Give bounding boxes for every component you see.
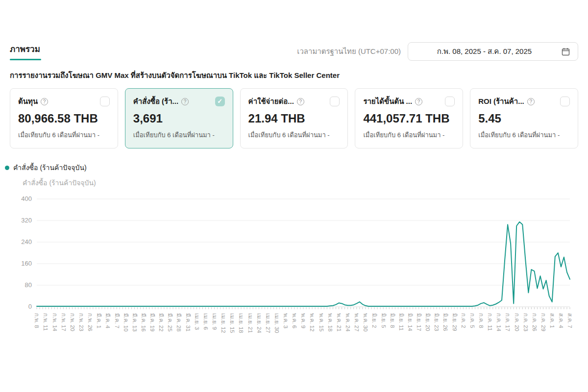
x-axis-label: ก.ค. 2 [461, 313, 466, 328]
x-axis-label: มิ.ย. 26 [442, 313, 448, 331]
x-axis-label: มิ.ย. 5 [381, 313, 387, 328]
metric-compare: เมื่อเทียบกับ 6 เดือนที่ผ่านมา - [18, 130, 110, 140]
x-axis-label: มี.ค. 1 [96, 313, 102, 328]
x-axis-label: ก.พ. 20 [70, 313, 75, 331]
chart-canvas[interactable]: 080160240320400ก.พ. 8ก.พ. 11ก.พ. 14ก.พ. … [0, 193, 588, 346]
x-axis-label: พ.ค. 9 [300, 313, 306, 328]
report-note: การรายงานรวมถึงโฆษณา GMV Max ที่สร้างบนต… [10, 70, 578, 81]
metric-checkbox[interactable] [560, 97, 570, 106]
tab-overview[interactable]: ภาพรวม [10, 42, 41, 60]
metric-checkbox[interactable] [100, 97, 110, 106]
date-range-value: ก.พ. 08, 2025 - ส.ค. 07, 2025 [416, 46, 553, 57]
x-axis-label: พ.ค. 30 [363, 313, 368, 332]
help-icon[interactable]: ? [181, 98, 189, 105]
help-icon[interactable]: ? [297, 98, 304, 105]
metric-card-cost[interactable]: ต้นทุน ? 80,966.58 THB เมื่อเทียบกับ 6 เ… [10, 88, 118, 148]
x-axis-label: ก.ค. 29 [540, 313, 546, 331]
x-axis-label: ส.ค. 1 [549, 313, 555, 328]
x-axis-label: มิ.ย. 17 [416, 313, 422, 331]
x-axis-label: พ.ค. 3 [283, 313, 289, 328]
x-axis-label: เม.ย. 21 [247, 313, 253, 333]
x-axis-label: พ.ค. 18 [327, 313, 333, 332]
metric-card-roi[interactable]: ROI (ร้านค้า... ? 5.45 เมื่อเทียบกับ 6 เ… [470, 88, 578, 148]
x-axis-label: ก.ค. 23 [523, 313, 529, 331]
x-axis-label: ส.ค. 4 [558, 313, 564, 328]
metric-title: คำสั่งซื้อ (ร้า... [133, 96, 178, 107]
metric-card-gross-revenue[interactable]: รายได้ขั้นต้น ... ? 441,057.71 THB เมื่อ… [355, 88, 463, 148]
orders-series-line [37, 222, 570, 306]
metric-title: ค่าใช้จ่ายต่อ... [248, 96, 294, 107]
x-axis-label: มี.ค. 19 [149, 313, 155, 332]
x-axis-label: มิ.ย. 8 [390, 313, 395, 328]
x-axis-label: เม.ย. 9 [212, 313, 218, 330]
x-axis-label: เม.ย. 3 [194, 313, 200, 330]
timezone-label: เวลามาตรฐานไทย (UTC+07:00) [297, 46, 401, 57]
y-axis-tick-label: 240 [21, 238, 32, 245]
x-axis-label: ก.ค. 11 [487, 313, 493, 331]
x-axis-label: เม.ย. 27 [265, 313, 271, 333]
x-axis-label: มิ.ย. 11 [398, 313, 404, 331]
x-axis-label: ก.ค. 20 [514, 313, 520, 331]
tab-overview-label: ภาพรวม [10, 45, 40, 54]
x-axis-label: ก.พ. 17 [61, 313, 67, 331]
metric-card-cost-per-order[interactable]: ค่าใช้จ่ายต่อ... ? 21.94 THB เมื่อเทียบก… [240, 88, 348, 148]
x-axis-label: พ.ค. 6 [292, 313, 297, 328]
x-axis-label: มิ.ย. 14 [407, 313, 413, 331]
y-axis-tick-label: 320 [21, 217, 32, 224]
metric-card-orders[interactable]: คำสั่งซื้อ (ร้า... ? ✓ 3,691 เมื่อเทียบก… [125, 88, 233, 148]
x-axis-label: ก.ค. 26 [532, 313, 538, 331]
x-axis-label: เม.ย. 6 [203, 313, 209, 330]
legend-dot-icon [5, 166, 9, 170]
x-axis-label: มี.ค. 25 [167, 313, 173, 332]
legend-label: คำสั่งซื้อ (ร้านค้าปัจจุบัน) [13, 162, 87, 173]
x-axis-label: ก.ค. 8 [478, 313, 484, 328]
x-axis-label: ก.พ. 23 [78, 313, 84, 331]
x-axis-label: มี.ค. 4 [105, 313, 111, 329]
y-axis-tick-label: 400 [21, 195, 32, 202]
x-axis-label: มี.ค. 31 [185, 313, 191, 332]
x-axis-label: มี.ค. 10 [123, 313, 129, 332]
metric-cards-row: ต้นทุน ? 80,966.58 THB เมื่อเทียบกับ 6 เ… [10, 88, 578, 148]
metric-value: 5.45 [478, 112, 570, 125]
x-axis-label: พ.ค. 21 [336, 313, 342, 332]
x-axis-label: พ.ค. 15 [318, 313, 324, 332]
x-axis-label: ก.พ. 11 [43, 313, 49, 331]
metric-compare: เมื่อเทียบกับ 6 เดือนที่ผ่านมา - [363, 130, 455, 140]
x-axis-label: มิ.ย. 20 [425, 313, 431, 331]
x-axis-label: ก.พ. 26 [87, 313, 93, 331]
x-axis-label: มี.ค. 28 [176, 313, 182, 332]
metric-value: 441,057.71 THB [363, 112, 455, 125]
x-axis-label: พ.ค. 24 [345, 313, 351, 332]
x-axis-label: มิ.ย. 29 [452, 313, 458, 331]
metric-checkbox[interactable] [445, 97, 455, 106]
metric-checkbox[interactable] [330, 97, 340, 106]
x-axis-label: ส.ค. 7 [567, 313, 573, 328]
x-axis-label: เม.ย. 15 [229, 313, 235, 333]
help-icon[interactable]: ? [41, 98, 48, 105]
overview-header: ภาพรวม เวลามาตรฐานไทย (UTC+07:00) ก.พ. 0… [10, 42, 578, 61]
x-axis-label: มี.ค. 13 [132, 313, 138, 332]
x-axis-label: เม.ย. 18 [238, 313, 244, 333]
date-range-picker[interactable]: ก.พ. 08, 2025 - ส.ค. 07, 2025 [408, 42, 578, 61]
x-axis-label: มิ.ย. 23 [434, 313, 440, 331]
metric-value: 21.94 THB [248, 112, 340, 125]
help-icon[interactable]: ? [527, 98, 535, 105]
metric-compare: เมื่อเทียบกับ 6 เดือนที่ผ่านมา - [133, 130, 225, 140]
metric-compare: เมื่อเทียบกับ 6 เดือนที่ผ่านมา - [478, 130, 570, 140]
metric-value: 80,966.58 THB [18, 112, 110, 125]
orders-trend-chart: 080160240320400ก.พ. 8ก.พ. 11ก.พ. 14ก.พ. … [0, 193, 588, 348]
x-axis-label: มี.ค. 16 [141, 313, 147, 332]
metric-value: 3,691 [133, 112, 225, 125]
legend-item-orders[interactable]: คำสั่งซื้อ (ร้านค้าปัจจุบัน) [5, 162, 588, 173]
x-axis-label: มี.ค. 7 [114, 313, 120, 328]
x-axis-label: ก.พ. 14 [52, 313, 58, 332]
y-axis-tick-label: 160 [21, 260, 32, 267]
x-axis-label: ก.ค. 17 [505, 313, 511, 331]
x-axis-label: มิ.ย. 2 [371, 313, 377, 328]
x-axis-label: พ.ค. 27 [354, 313, 360, 332]
metric-title: รายได้ขั้นต้น ... [363, 96, 412, 107]
x-axis-label: เม.ย. 30 [274, 313, 280, 333]
help-icon[interactable]: ? [415, 98, 422, 105]
x-axis-label: ก.ค. 5 [469, 313, 475, 328]
metric-checkbox-checked[interactable]: ✓ [215, 97, 225, 106]
